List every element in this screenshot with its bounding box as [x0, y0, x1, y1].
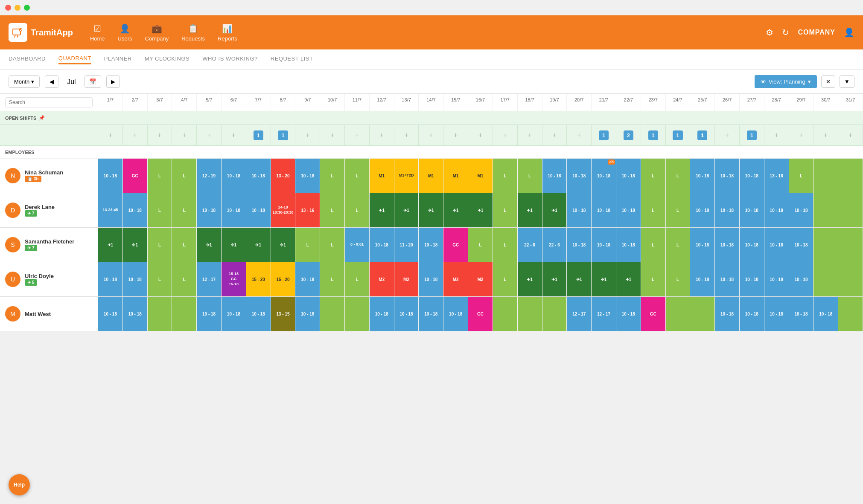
shift-sam-30[interactable]: [813, 228, 838, 262]
shift-derek-26[interactable]: 10 - 18: [715, 193, 740, 227]
shift-ulric-17[interactable]: L: [493, 262, 518, 296]
search-cell[interactable]: [0, 94, 98, 111]
shift-matt-15[interactable]: 10 - 18: [443, 297, 468, 331]
shift-ulric-9[interactable]: 10 - 18: [295, 262, 320, 296]
shift-nina-26[interactable]: 10 - 18: [715, 159, 740, 193]
shift-matt-19[interactable]: [542, 297, 567, 331]
open-shift-cell-31[interactable]: +: [838, 125, 863, 145]
shift-matt-8[interactable]: 13 - 15: [271, 297, 296, 331]
shift-derek-4[interactable]: L: [172, 193, 197, 227]
shift-nina-29[interactable]: L: [789, 159, 814, 193]
shift-derek-11[interactable]: L: [345, 193, 370, 227]
shift-ulric-2[interactable]: 10 - 18: [123, 262, 148, 296]
shift-matt-20[interactable]: 12 - 17: [567, 297, 592, 331]
user-icon[interactable]: 👤: [844, 27, 854, 38]
shift-sam-28[interactable]: 10 - 18: [764, 228, 789, 262]
shift-sam-15[interactable]: GC: [443, 228, 468, 262]
shift-matt-9[interactable]: 10 - 18: [295, 297, 320, 331]
open-shift-cell-18[interactable]: +: [518, 125, 542, 145]
shift-sam-25[interactable]: 10 - 18: [690, 228, 715, 262]
open-shift-cell-30[interactable]: +: [813, 125, 838, 145]
shift-derek-16[interactable]: ✈1: [468, 193, 493, 227]
nav-reports[interactable]: 📊 Reports: [218, 23, 237, 42]
shift-matt-5[interactable]: 10 - 18: [197, 297, 222, 331]
shift-ulric-5[interactable]: 12 - 17: [197, 262, 222, 296]
shift-ulric-21[interactable]: ✈1: [592, 262, 616, 296]
shift-matt-14[interactable]: 10 - 18: [419, 297, 443, 331]
shift-derek-29[interactable]: 10 - 18: [789, 193, 814, 227]
shift-nina-6[interactable]: 10 - 18: [222, 159, 246, 193]
shift-matt-22[interactable]: 10 - 18: [616, 297, 641, 331]
search-input[interactable]: [5, 97, 93, 107]
shift-derek-8[interactable]: 14-1818:30-20:30: [271, 193, 296, 227]
shift-matt-29[interactable]: 10 - 18: [789, 297, 814, 331]
shift-ulric-12[interactable]: M2: [370, 262, 394, 296]
shift-derek-5[interactable]: 10 - 18: [197, 193, 222, 227]
shift-sam-27[interactable]: 10 - 18: [740, 228, 764, 262]
shift-sam-13[interactable]: 11 - 20: [394, 228, 419, 262]
shift-matt-11[interactable]: [345, 297, 370, 331]
shift-matt-24[interactable]: [666, 297, 691, 331]
shift-sam-7[interactable]: ✈1: [246, 228, 271, 262]
shift-ulric-15[interactable]: M2: [443, 262, 468, 296]
shift-sam-1[interactable]: ✈1: [98, 228, 123, 262]
refresh-icon[interactable]: ↻: [782, 27, 789, 38]
shift-derek-21[interactable]: 10 - 18: [592, 193, 616, 227]
open-shift-cell-4[interactable]: +: [172, 125, 197, 145]
shift-matt-31[interactable]: [838, 297, 863, 331]
open-shift-cell-14[interactable]: +: [419, 125, 443, 145]
shift-nina-18[interactable]: L: [518, 159, 542, 193]
shift-nina-19[interactable]: 10 - 18: [542, 159, 567, 193]
shift-ulric-1[interactable]: 10 - 18: [98, 262, 123, 296]
shift-derek-1[interactable]: 13-23:45: [98, 193, 123, 227]
shift-nina-27[interactable]: 10 - 18: [740, 159, 764, 193]
tab-whoworking[interactable]: WHO IS WORKING?: [202, 55, 258, 64]
shift-sam-29[interactable]: 10 - 18: [789, 228, 814, 262]
shift-derek-17[interactable]: L: [493, 193, 518, 227]
shift-matt-18[interactable]: [518, 297, 542, 331]
open-shift-cell-2[interactable]: +: [123, 125, 148, 145]
shift-nina-10[interactable]: L: [320, 159, 345, 193]
shift-matt-4[interactable]: [172, 297, 197, 331]
tab-clockings[interactable]: MY CLOCKINGS: [145, 55, 190, 64]
shift-nina-3[interactable]: L: [148, 159, 172, 193]
shift-sam-6[interactable]: ✈1: [222, 228, 246, 262]
shift-derek-2[interactable]: 10 - 18: [123, 193, 148, 227]
open-shift-cell-26[interactable]: +: [715, 125, 740, 145]
shift-derek-7[interactable]: 10 - 18: [246, 193, 271, 227]
month-select-button[interactable]: Month ▾: [9, 75, 40, 88]
shift-nina-9[interactable]: 10 - 18: [295, 159, 320, 193]
shift-ulric-16[interactable]: M2: [468, 262, 493, 296]
shift-sam-16[interactable]: L: [468, 228, 493, 262]
shift-ulric-30[interactable]: [813, 262, 838, 296]
shift-ulric-27[interactable]: 10 - 18: [740, 262, 764, 296]
shift-nina-17[interactable]: L: [493, 159, 518, 193]
shift-matt-3[interactable]: [148, 297, 172, 331]
shift-derek-14[interactable]: ✈1: [419, 193, 443, 227]
shift-ulric-3[interactable]: L: [148, 262, 172, 296]
shift-derek-15[interactable]: ✈1: [443, 193, 468, 227]
open-shift-cell-8[interactable]: 1: [271, 125, 296, 145]
open-shift-cell-7[interactable]: 1: [246, 125, 271, 145]
shift-sam-20[interactable]: 10 - 18: [567, 228, 592, 262]
shift-derek-18[interactable]: ✈1: [518, 193, 542, 227]
fullscreen-dot[interactable]: [24, 5, 30, 11]
shift-sam-31[interactable]: [838, 228, 863, 262]
open-shift-cell-22[interactable]: 2: [616, 125, 641, 145]
tab-dashboard[interactable]: DASHBOARD: [9, 55, 46, 64]
shift-derek-30[interactable]: [813, 193, 838, 227]
open-shift-cell-9[interactable]: +: [295, 125, 320, 145]
shift-nina-21[interactable]: 3h10 - 18: [592, 159, 616, 193]
open-shift-cell-15[interactable]: +: [443, 125, 468, 145]
shift-ulric-8[interactable]: 15 - 20: [271, 262, 296, 296]
open-shift-cell-10[interactable]: +: [320, 125, 345, 145]
shift-matt-28[interactable]: 10 - 18: [764, 297, 789, 331]
shift-sam-14[interactable]: 10 - 18: [419, 228, 443, 262]
shift-matt-1[interactable]: 10 - 18: [98, 297, 123, 331]
shift-ulric-24[interactable]: L: [666, 262, 691, 296]
shift-ulric-20[interactable]: ✈1: [567, 262, 592, 296]
shift-sam-11[interactable]: 0 - 0:01: [345, 228, 370, 262]
shift-ulric-11[interactable]: L: [345, 262, 370, 296]
shift-matt-23[interactable]: GC: [641, 297, 666, 331]
open-shift-cell-12[interactable]: +: [370, 125, 394, 145]
